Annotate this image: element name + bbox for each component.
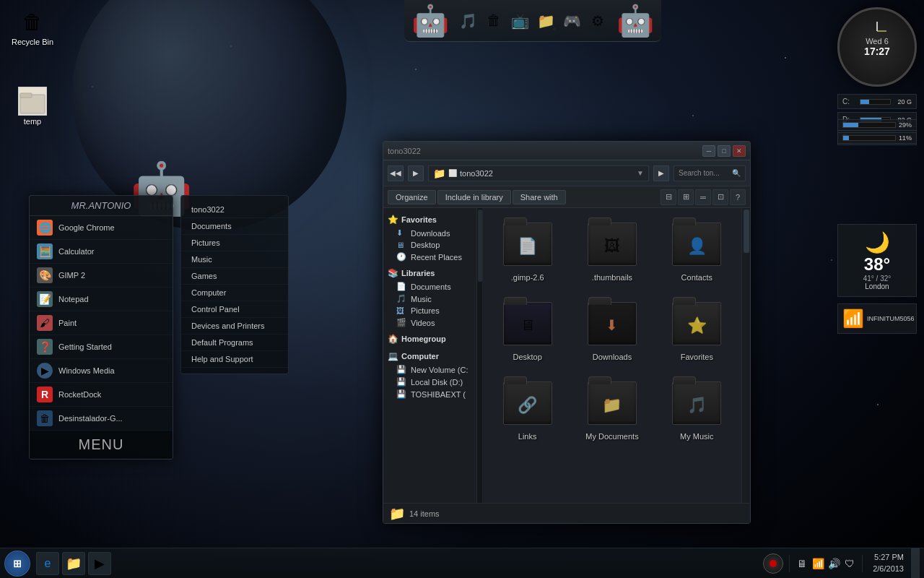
sidebar-item-lib-music[interactable]: 🎵 Music — [383, 293, 476, 305]
address-folder-icon: 📁 — [433, 168, 445, 179]
folder-desktop[interactable]: 🖥 Desktop — [489, 293, 566, 366]
calculator-icon: 🧮 — [37, 243, 53, 259]
help-icon[interactable]: ? — [730, 189, 746, 205]
sidebar-libraries-header[interactable]: 📚 Libraries — [383, 266, 476, 280]
contacts-content-icon: 👤 — [687, 237, 707, 256]
getting-started-label: Getting Started — [58, 342, 112, 351]
sidebar-scrollbar[interactable] — [477, 208, 483, 503]
organize-button[interactable]: Organize — [388, 190, 436, 204]
folder-thumbnails[interactable]: 🖼 .thumbnails — [573, 214, 650, 286]
volume-c-icon: 💾 — [396, 365, 408, 374]
start-item-desinstall[interactable]: 🗑 Desinstalador-G... — [30, 407, 173, 431]
folder-favorites-icon: ⭐ — [671, 298, 723, 350]
tray-icon-monitor[interactable]: 🖥 — [796, 557, 808, 570]
folder-links-label: Links — [518, 432, 537, 441]
sidebar-homegroup-section: 🏠 Homegroup — [383, 332, 476, 346]
search-placeholder: Search ton... — [679, 169, 720, 177]
quick-item-default-programs[interactable]: Default Programs — [181, 335, 288, 351]
sidebar-item-desktop[interactable]: 🖥 Desktop — [383, 239, 476, 251]
record-button[interactable] — [763, 553, 783, 574]
desktop-nav-icon: 🖥 — [396, 241, 408, 249]
sidebar-item-lib-videos[interactable]: 🎬 Videos — [383, 316, 476, 329]
quick-item-music[interactable]: Music — [181, 251, 288, 268]
tray-clock-time: 5:27 PM — [873, 552, 904, 563]
scrollbar-thumb[interactable] — [744, 210, 749, 253]
explorer-main-scrollbar[interactable] — [741, 208, 750, 503]
network-icon: 📶 — [842, 309, 864, 329]
quick-item-games[interactable]: Games — [181, 268, 288, 285]
homegroup-icon: 🏠 — [388, 334, 398, 344]
record-dot — [770, 560, 777, 567]
start-item-rocketdock[interactable]: R RocketDock — [30, 383, 173, 407]
address-dropdown[interactable]: ▼ — [637, 169, 644, 177]
address-text[interactable]: tono3022 — [460, 169, 493, 178]
folder-favorites[interactable]: ⭐ Favorites — [658, 293, 736, 366]
start-item-gimp[interactable]: 🎨 GIMP 2 — [30, 264, 173, 288]
sidebar-item-recent[interactable]: 🕐 Recent Places — [383, 251, 476, 263]
address-go-button[interactable]: ▶ — [653, 165, 669, 181]
taskbar-ie-icon[interactable]: e — [36, 552, 59, 575]
dock-item-media[interactable]: 📺 — [508, 9, 531, 33]
taskbar-mediaplayer-icon[interactable]: ▶ — [88, 552, 111, 575]
sidebar-item-downloads[interactable]: ⬇ Downloads — [383, 227, 476, 239]
folder-links[interactable]: 🔗 Links — [489, 373, 566, 445]
back-button[interactable]: ◀◀ — [388, 165, 404, 181]
start-item-notepad[interactable]: 📝 Notepad — [30, 288, 173, 311]
dock-item-game[interactable]: 🎮 — [560, 9, 583, 33]
sidebar-item-lib-pictures[interactable]: 🖼 Pictures — [383, 305, 476, 316]
quick-item-control-panel[interactable]: Control Panel — [181, 301, 288, 318]
forward-button[interactable]: ▶ — [408, 165, 424, 181]
temp-folder-icon[interactable]: temp — [7, 87, 58, 126]
start-button[interactable]: ⊞ — [4, 551, 30, 577]
dock-item-music[interactable]: 🎵 — [456, 9, 479, 33]
view-icon4[interactable]: ⊡ — [712, 189, 728, 205]
tray-icon-shield[interactable]: 🛡 — [843, 557, 856, 570]
sidebar-homegroup-header[interactable]: 🏠 Homegroup — [383, 332, 476, 346]
close-button[interactable]: ✕ — [733, 145, 746, 157]
show-desktop-button[interactable] — [911, 548, 920, 579]
tray-icon-network[interactable]: 📶 — [811, 557, 824, 570]
quick-item-help[interactable]: Help and Support — [181, 351, 288, 368]
dock-item-folder[interactable]: 📁 — [534, 9, 557, 33]
quick-item-computer[interactable]: Computer — [181, 285, 288, 301]
sidebar-item-new-volume[interactable]: 💾 New Volume (C: — [383, 363, 476, 376]
folder-contacts[interactable]: 👤 Contacts — [658, 214, 736, 286]
recycle-bin-icon[interactable]: 🗑 Recycle Bin — [7, 7, 58, 46]
maximize-button[interactable]: □ — [718, 145, 731, 157]
sidebar-item-lib-documents[interactable]: 📄 Documents — [383, 280, 476, 293]
quick-panel: tono3022 Documents Pictures Music Games … — [180, 195, 289, 374]
weather-temperature: 38° — [864, 254, 890, 275]
start-item-chrome[interactable]: 🌐 Google Chrome — [30, 216, 173, 240]
view-icon1[interactable]: ⊟ — [661, 189, 676, 205]
clock-widget: Wed 6 17:27 — [837, 7, 917, 87]
view-icon2[interactable]: ⊞ — [678, 189, 694, 205]
view-icon3[interactable]: ═ — [695, 189, 711, 205]
quick-item-documents[interactable]: Documents — [181, 218, 288, 235]
minimize-button[interactable]: ─ — [702, 145, 715, 157]
folder-downloads[interactable]: ⬇ Downloads — [573, 293, 650, 366]
volume-c-label: New Volume (C: — [411, 366, 468, 374]
folder-gimp[interactable]: 📄 .gimp-2.6 — [489, 214, 566, 286]
search-bar[interactable]: Search ton... 🔍 — [674, 165, 746, 181]
ie-icon: e — [45, 557, 51, 570]
taskbar-explorer-icon[interactable]: 📁 — [62, 552, 85, 575]
dock-item-settings[interactable]: ⚙ — [586, 9, 609, 33]
start-item-paint[interactable]: 🖌 Paint — [30, 311, 173, 335]
start-item-calculator[interactable]: 🧮 Calculator — [30, 240, 173, 264]
tray-icon-volume[interactable]: 🔊 — [827, 557, 840, 570]
folder-my-documents[interactable]: 📁 My Documents — [573, 373, 650, 445]
start-item-getting-started[interactable]: ❓ Getting Started — [30, 335, 173, 359]
folder-my-music[interactable]: 🎵 My Music — [658, 373, 736, 445]
quick-item-tono3022[interactable]: tono3022 — [181, 202, 288, 218]
start-item-wmedia[interactable]: ▶ Windows Media — [30, 359, 173, 383]
sidebar-item-local-disk[interactable]: 💾 Local Disk (D:) — [383, 376, 476, 388]
include-in-library-button[interactable]: Include in library — [437, 190, 511, 204]
sidebar-item-toshiba[interactable]: 💾 TOSHIBAEXT ( — [383, 388, 476, 400]
sidebar-computer-header[interactable]: 💻 Computer — [383, 349, 476, 363]
share-with-button[interactable]: Share with — [513, 190, 566, 204]
quick-item-pictures[interactable]: Pictures — [181, 235, 288, 251]
quick-item-devices[interactable]: Devices and Printers — [181, 318, 288, 335]
dock-item-trash[interactable]: 🗑 — [482, 9, 505, 33]
menu-label[interactable]: MENU — [79, 436, 124, 453]
sidebar-favorites-header[interactable]: ⭐ Favorites — [383, 212, 476, 227]
